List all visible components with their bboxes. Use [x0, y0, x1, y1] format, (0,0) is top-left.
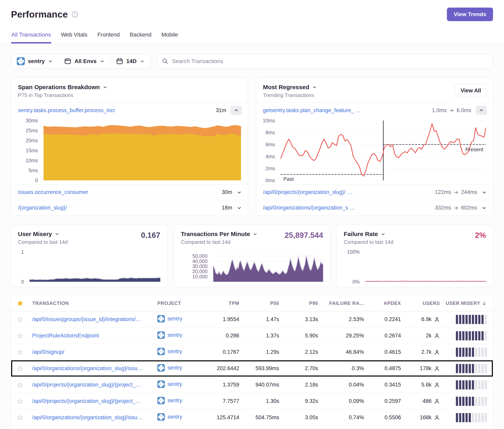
- star-transaction-button[interactable]: [17, 349, 32, 355]
- transaction-link[interactable]: sentry.tasks.process_buffer.process_incr: [18, 107, 216, 114]
- key-transactions-filter[interactable]: [17, 300, 32, 306]
- p95-value: 3.05s: [279, 414, 318, 421]
- tpm-value: 0.286: [205, 333, 239, 339]
- transaction-link[interactable]: /api/0/issues|groups/{issue_id}/integrat…: [32, 316, 157, 323]
- project-link[interactable]: sentry: [157, 381, 182, 388]
- tab-backend[interactable]: Backend: [129, 29, 152, 43]
- project-filter[interactable]: sentry: [11, 54, 58, 68]
- column-header-p50[interactable]: P50: [239, 300, 279, 306]
- project-link[interactable]: sentry: [157, 364, 182, 372]
- panel-transaction-row: sentry.tasks.process_buffer.process_incr…: [11, 103, 248, 118]
- panel-transaction-row: /api/0/projects/{organization_slug}/ …12…: [256, 184, 493, 200]
- column-header-users[interactable]: USERS: [401, 300, 440, 306]
- axis-tick-label: 5ms: [28, 168, 38, 173]
- view-trends-button[interactable]: View Trends: [447, 8, 493, 21]
- column-header-user-misery[interactable]: USER MISERY: [440, 300, 487, 306]
- chevron-down-icon: [381, 232, 386, 236]
- user-misery-bar: [440, 331, 487, 341]
- view-all-button[interactable]: View All: [455, 84, 487, 97]
- transaction-link[interactable]: /api/0/organizations/{organization_slug}…: [32, 414, 157, 421]
- p50-value: 940.07ms: [239, 382, 279, 388]
- axis-tick-label: 6ms: [266, 142, 275, 148]
- column-header-p95[interactable]: P95: [279, 300, 318, 306]
- tab-mobile[interactable]: Mobile: [161, 29, 178, 43]
- star-transaction-button[interactable]: [17, 316, 32, 323]
- page-title: Performance: [11, 9, 68, 20]
- expand-button[interactable]: [237, 190, 242, 195]
- most-regressed-panel: Most Regressed View All Trending Transac…: [256, 78, 493, 216]
- project-link[interactable]: sentry: [157, 397, 182, 404]
- tpm-value: 1.9554: [205, 316, 239, 323]
- environment-icon: [64, 58, 71, 65]
- transaction-link[interactable]: getsentry.tasks.plan_change_feature_ …: [263, 107, 432, 114]
- transaction-link[interactable]: ProjectRuleActionsEndpoint: [32, 333, 157, 339]
- collapse-button[interactable]: [476, 106, 487, 115]
- expand-button[interactable]: [482, 205, 487, 210]
- table-header: TRANSACTIONPROJECTTPMP50P95FAILURE RA...…: [11, 295, 493, 311]
- help-icon[interactable]: ?: [72, 11, 78, 18]
- star-transaction-button[interactable]: [17, 415, 32, 421]
- axis-tick-label: 2ms: [266, 166, 275, 171]
- search-input[interactable]: [172, 58, 488, 64]
- star-transaction-button[interactable]: [17, 366, 32, 372]
- star-transaction-button[interactable]: [17, 382, 32, 388]
- span-operations-dropdown[interactable]: Span Operations Breakdown: [18, 84, 108, 91]
- tab-web-vitals[interactable]: Web Vitals: [61, 29, 88, 43]
- expand-button[interactable]: [482, 190, 487, 195]
- table-row: /api/0/organizations/{organization_slug}…: [11, 410, 493, 426]
- star-transaction-button[interactable]: [17, 398, 32, 404]
- collapse-button[interactable]: [231, 106, 242, 115]
- transaction-link[interactable]: /api/0/projects/{organization_slug}/{pro…: [32, 398, 157, 404]
- column-header-apdex[interactable]: APDEX: [364, 300, 401, 306]
- transactions-per-minute-dropdown[interactable]: Transactions Per Minute: [181, 231, 258, 237]
- star-icon: [17, 382, 23, 388]
- transaction-link[interactable]: /{organization_slug}/: [18, 205, 222, 211]
- column-header-tpm[interactable]: TPM: [205, 300, 239, 306]
- project-link[interactable]: sentry: [157, 413, 182, 421]
- span-operations-panel: Span Operations Breakdown P75 in Top Tra…: [11, 78, 248, 216]
- apdex-value: 0.3415: [364, 382, 401, 388]
- arrow-right-icon: [449, 108, 454, 113]
- failure-rate-dropdown[interactable]: Failure Rate: [344, 231, 386, 237]
- transaction-link[interactable]: /api/0/organizations/{organization_s …: [263, 205, 435, 211]
- axis-tick-label: 50,000: [192, 253, 207, 259]
- failure-rate-value: 0.3%: [318, 365, 364, 372]
- transaction-link[interactable]: /api/0/signup/: [32, 349, 157, 355]
- transaction-link[interactable]: /api/0/organizations/{organization_slug}…: [32, 365, 157, 372]
- project-link[interactable]: sentry: [157, 315, 182, 323]
- tabs: All TransactionsWeb VitalsFrontendBacken…: [0, 29, 504, 43]
- expand-button[interactable]: [237, 205, 242, 210]
- tpm-value: 0.1767: [205, 349, 239, 355]
- column-header-failure-ra[interactable]: FAILURE RA...: [318, 300, 364, 306]
- project-link[interactable]: sentry: [157, 332, 182, 339]
- svg-text:?: ?: [74, 12, 76, 16]
- axis-tick-label: 25ms: [26, 128, 38, 133]
- most-regressed-dropdown[interactable]: Most Regressed: [263, 84, 317, 91]
- apdex-value: 0.4875: [364, 365, 401, 372]
- present-label: Present: [465, 147, 483, 153]
- axis-tick-label: 30ms: [26, 118, 38, 123]
- user-misery-chart: 10: [18, 252, 160, 282]
- user-misery-dropdown[interactable]: User Misery: [18, 231, 60, 237]
- column-header-project[interactable]: PROJECT: [157, 300, 205, 306]
- page-filters: sentry All Envs 14D: [11, 54, 150, 69]
- p50-value: 1.47s: [239, 316, 279, 323]
- date-range-filter[interactable]: 14D: [110, 54, 150, 68]
- apdex-value: 0.2241: [364, 316, 401, 323]
- user-icon: [434, 366, 440, 372]
- project-link[interactable]: sentry: [157, 348, 182, 355]
- tab-all-transactions[interactable]: All Transactions: [11, 29, 51, 43]
- column-header-transaction[interactable]: TRANSACTION: [32, 300, 157, 306]
- star-transaction-button[interactable]: [17, 333, 32, 339]
- tab-frontend[interactable]: Frontend: [97, 29, 120, 43]
- python-icon: [157, 413, 165, 421]
- transaction-link[interactable]: /api/0/projects/{organization_slug}/ …: [263, 189, 435, 195]
- transaction-link[interactable]: /api/0/projects/{organization_slug}/{pro…: [32, 382, 157, 388]
- card-subtitle: Compared to last 14d: [181, 239, 323, 245]
- environment-filter[interactable]: All Envs: [59, 54, 110, 68]
- duration-value: 18m: [222, 205, 232, 211]
- users-value: 5.6k: [401, 382, 440, 388]
- transaction-link[interactable]: issues.occurrence_consumer: [18, 189, 222, 195]
- chevron-down-icon: [100, 59, 105, 64]
- python-icon: [157, 332, 165, 339]
